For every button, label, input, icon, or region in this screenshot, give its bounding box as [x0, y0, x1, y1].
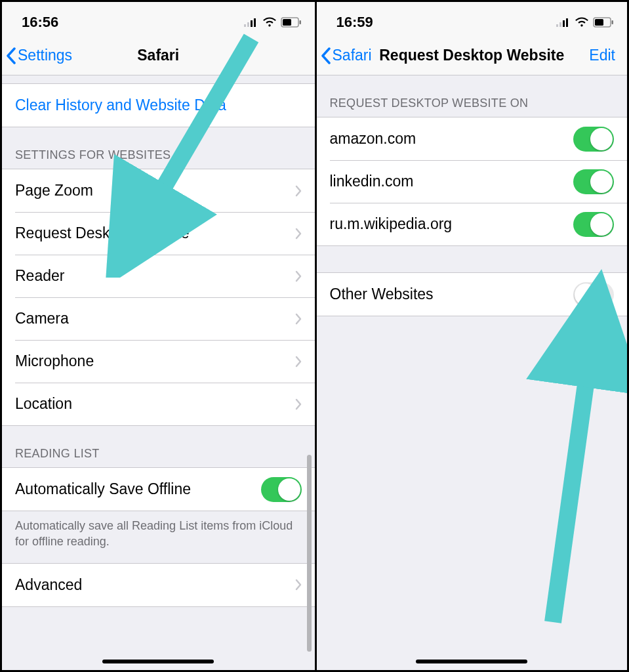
row-camera[interactable]: Camera	[2, 297, 315, 340]
chevron-right-icon	[295, 313, 302, 325]
section-header-websites: SETTINGS FOR WEBSITES	[2, 127, 315, 169]
battery-icon	[593, 17, 614, 28]
navbar: Safari Request Desktop Website Edit	[317, 36, 628, 75]
chevron-right-icon	[295, 270, 302, 282]
site-domain: linkedin.com	[330, 173, 574, 190]
row-page-zoom[interactable]: Page Zoom	[2, 169, 315, 212]
wifi-icon	[575, 17, 589, 28]
other-websites-toggle[interactable]	[573, 282, 614, 307]
chevron-left-icon	[6, 47, 16, 64]
svg-rect-12	[566, 18, 568, 27]
chevron-right-icon	[295, 398, 302, 410]
row-request-desktop[interactable]: Request Desktop Website	[2, 212, 315, 255]
signal-icon	[556, 18, 571, 27]
row-microphone[interactable]: Microphone	[2, 340, 315, 383]
page-title: Safari	[137, 47, 179, 64]
svg-line-17	[553, 337, 592, 622]
chevron-right-icon	[295, 185, 302, 197]
svg-rect-14	[595, 19, 603, 26]
page-title: Request Desktop Website	[379, 47, 564, 64]
scroll-indicator[interactable]	[307, 455, 312, 652]
svg-rect-11	[563, 20, 565, 27]
svg-rect-10	[559, 22, 561, 27]
row-other-websites: Other Websites	[317, 273, 628, 316]
site-row: linkedin.com	[317, 160, 628, 203]
site-toggle[interactable]	[573, 212, 614, 237]
svg-rect-15	[612, 20, 614, 24]
row-auto-save-offline: Automatically Save Offline	[2, 468, 315, 511]
signal-icon	[244, 18, 258, 27]
back-label: Safari	[333, 47, 372, 64]
site-row: ru.m.wikipedia.org	[317, 203, 628, 245]
screenshot-left: 16:56 Settings Safari Clear History and …	[2, 2, 315, 670]
svg-rect-3	[254, 18, 256, 27]
home-indicator[interactable]	[102, 660, 214, 663]
status-icons	[556, 17, 614, 28]
svg-rect-5	[283, 19, 291, 26]
status-bar: 16:56	[2, 2, 315, 36]
section-header-on: REQUEST DESKTOP WEBSITE ON	[317, 75, 628, 117]
row-reader[interactable]: Reader	[2, 255, 315, 297]
status-bar: 16:59	[317, 2, 628, 36]
edit-button[interactable]: Edit	[589, 47, 615, 64]
clear-history-label: Clear History and Website Data	[15, 96, 302, 114]
svg-rect-1	[247, 22, 249, 27]
svg-rect-0	[244, 24, 246, 27]
auto-save-toggle[interactable]	[261, 477, 302, 502]
screenshot-right: 16:59 Safari Request Desktop Website Edi…	[315, 2, 628, 670]
section-header-reading: READING LIST	[2, 426, 315, 467]
svg-rect-6	[299, 20, 301, 24]
row-advanced[interactable]: Advanced	[2, 564, 315, 606]
wifi-icon	[262, 17, 277, 28]
clear-history-button[interactable]: Clear History and Website Data	[2, 84, 315, 127]
chevron-left-icon	[321, 47, 331, 64]
site-toggle[interactable]	[573, 169, 614, 194]
back-button[interactable]: Safari	[321, 47, 372, 64]
svg-rect-2	[251, 20, 253, 27]
chevron-right-icon	[295, 356, 302, 368]
navbar: Settings Safari	[2, 36, 315, 75]
row-location[interactable]: Location	[2, 383, 315, 425]
site-domain: amazon.com	[330, 130, 574, 148]
site-row: amazon.com	[317, 117, 628, 160]
status-time: 16:59	[336, 14, 373, 31]
battery-icon	[281, 17, 302, 28]
status-time: 16:56	[22, 14, 58, 31]
back-label: Settings	[18, 47, 72, 64]
chevron-right-icon	[295, 228, 302, 240]
status-icons	[244, 17, 302, 28]
back-button[interactable]: Settings	[6, 47, 72, 64]
site-toggle[interactable]	[573, 127, 614, 152]
chevron-right-icon	[295, 579, 302, 591]
home-indicator[interactable]	[416, 660, 527, 663]
auto-save-footer: Automatically save all Reading List item…	[2, 511, 315, 563]
svg-rect-9	[556, 24, 558, 27]
site-domain: ru.m.wikipedia.org	[330, 215, 574, 233]
